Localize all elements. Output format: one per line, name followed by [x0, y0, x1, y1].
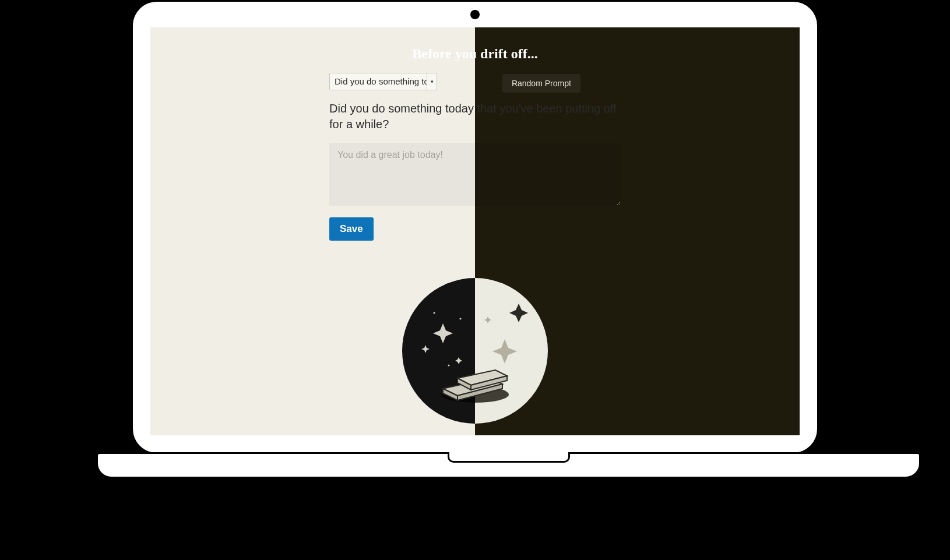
page-title: Before you drift off... [150, 46, 800, 62]
prompt-select-value: Did you do something to [330, 73, 427, 90]
save-button[interactable]: Save [329, 217, 374, 241]
camera-dot [470, 10, 480, 19]
laptop-base [96, 452, 921, 478]
journal-app: Before you drift off... Random Prompt Di… [150, 27, 800, 435]
answer-textarea[interactable] [329, 143, 621, 206]
trackpad-notch [448, 452, 570, 463]
chevron-down-icon: ▾ [427, 73, 437, 90]
svg-point-8 [434, 312, 435, 314]
svg-point-10 [448, 365, 450, 367]
svg-point-9 [460, 318, 462, 320]
laptop-lid: Before you drift off... Random Prompt Di… [131, 0, 819, 455]
laptop-frame: Before you drift off... Random Prompt Di… [96, 0, 854, 478]
prompt-question: Did you do something today that you've b… [329, 101, 621, 132]
app-screen: Before you drift off... Random Prompt Di… [150, 27, 800, 435]
prompt-select[interactable]: Did you do something to ▾ [329, 73, 437, 90]
books-illustration [402, 278, 548, 424]
prompt-form: Did you do something to ▾ Did you do som… [329, 73, 621, 241]
